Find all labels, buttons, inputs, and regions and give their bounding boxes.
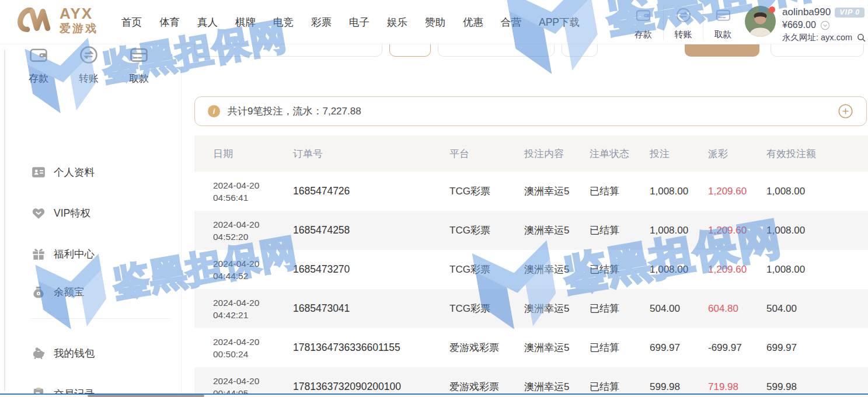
sidebar-item-profile[interactable]: 个人资料 xyxy=(31,162,95,182)
sidebar-withdraw-button[interactable]: 取款 xyxy=(123,45,155,85)
sidebar-item-vip[interactable]: VIP特权 xyxy=(31,203,90,223)
info-icon: i xyxy=(208,105,220,117)
cell-platform: TCG彩票 xyxy=(449,302,524,315)
bet-records-table: 日期订单号平台投注内容注单状态投注派彩有效投注额 2024-04-2004:56… xyxy=(194,135,868,397)
cell-bet-content: 澳洲幸运5 xyxy=(524,380,590,393)
sidebar-item-wallet[interactable]: 我的钱包 xyxy=(31,343,95,363)
table-row: 2024-04-2004:44:52 1685473270 TCG彩票 澳洲幸运… xyxy=(194,250,868,289)
sidebar-scrollbar[interactable] xyxy=(4,50,5,391)
cell-valid-bet: 599.98 xyxy=(766,381,868,393)
sidebar-item-welfare[interactable]: 福利中心 xyxy=(31,244,95,264)
gift-icon xyxy=(31,246,46,262)
cell-order-number: 1685473041 xyxy=(293,302,449,315)
header-withdraw-button[interactable]: 取款 xyxy=(703,6,742,40)
scrollbar-thumb[interactable] xyxy=(88,395,204,397)
header-deposit-label: 存款 xyxy=(623,29,663,40)
table-header-row: 日期订单号平台投注内容注单状态投注派彩有效投注额 xyxy=(194,135,868,172)
column-header: 投注内容 xyxy=(524,147,590,161)
cell-valid-bet: 1,008.00 xyxy=(766,225,868,236)
column-header: 平台 xyxy=(449,147,524,161)
cell-bet-content: 澳洲幸运5 xyxy=(524,341,590,354)
header-transfer-button[interactable]: 转账 xyxy=(663,6,703,40)
nav-item[interactable]: 体育 xyxy=(159,15,180,29)
permanent-url: 永久网址: ayx.com xyxy=(782,32,852,43)
column-header: 投注 xyxy=(650,147,708,161)
nav-item[interactable]: 赞助 xyxy=(425,15,445,29)
cell-payout: 1,209.60 xyxy=(708,186,766,197)
sidebar-transfer-button[interactable]: 转账 xyxy=(72,45,105,85)
sidebar-item-yuebao[interactable]: 余额宝 xyxy=(31,282,85,302)
horizontal-scrollbar xyxy=(0,393,868,397)
search-icon[interactable] xyxy=(856,33,866,43)
header-transfer-label: 转账 xyxy=(664,29,703,40)
transfer-icon xyxy=(79,45,99,65)
vip-heart-icon xyxy=(31,206,46,221)
cell-payout: 719.98 xyxy=(708,381,766,393)
table-row: 2024-04-2004:56:41 1685474726 TCG彩票 澳洲幸运… xyxy=(194,172,868,211)
cell-bet-amount: 1,008.00 xyxy=(650,186,708,197)
cell-payout: -699.97 xyxy=(708,342,766,354)
nav-item[interactable]: 优惠 xyxy=(463,15,483,29)
cell-bet-content: 澳洲幸运5 xyxy=(524,302,590,315)
cell-platform: 爱游戏彩票 xyxy=(449,341,524,354)
table-row: 2024-04-2000:44:05 1781363732090200100 爱… xyxy=(194,367,868,397)
cell-platform: TCG彩票 xyxy=(449,263,524,276)
nav-item[interactable]: 合营 xyxy=(501,15,521,29)
bank-card-icon xyxy=(715,7,731,23)
nav-item[interactable]: 首页 xyxy=(121,15,142,29)
table-row: 2024-04-2000:50:24 1781364736336601155 爱… xyxy=(194,328,868,367)
top-header: AYX 爱游戏 首页体育真人棋牌电竞彩票电子娱乐赞助优惠合营APP下载 存款 转… xyxy=(0,0,868,44)
brand-logo[interactable]: AYX 爱游戏 xyxy=(13,6,98,34)
cell-bet-amount: 1,008.00 xyxy=(650,225,708,236)
wallet-icon xyxy=(29,45,48,65)
sidebar-divider xyxy=(31,318,170,319)
header-quick-actions: 存款 转账 取款 xyxy=(623,6,742,40)
brand-name: AYX xyxy=(60,6,98,21)
column-header: 派彩 xyxy=(708,147,766,161)
nav-item[interactable]: 电子 xyxy=(349,15,369,29)
page: AYX 爱游戏 首页体育真人棋牌电竞彩票电子娱乐赞助优惠合营APP下载 存款 转… xyxy=(0,0,868,397)
transfer-icon xyxy=(675,7,692,23)
sidebar: 存款 转账 取款 个人资料 VIP特权 福利中心 余额宝 我的钱包 xyxy=(0,44,182,397)
cell-order-number: 1781363732090200100 xyxy=(293,381,449,393)
notification-dot xyxy=(769,6,775,13)
cell-platform: TCG彩票 xyxy=(449,224,524,237)
sidebar-deposit-button[interactable]: 存款 xyxy=(22,45,55,85)
username: aolinba990 xyxy=(782,6,831,18)
header-deposit-button[interactable]: 存款 xyxy=(623,6,663,40)
cell-order-number: 1685474258 xyxy=(293,224,449,236)
nav-item[interactable]: 真人 xyxy=(197,15,218,29)
cell-order-number: 1781364736336601155 xyxy=(293,342,449,354)
cell-status: 已结算 xyxy=(590,263,650,276)
balance: ¥669.00 xyxy=(782,20,816,30)
brand-name-cn: 爱游戏 xyxy=(60,23,98,34)
cell-status: 已结算 xyxy=(590,302,650,315)
nav-item[interactable]: 棋牌 xyxy=(235,15,256,29)
cell-payout: 1,209.60 xyxy=(708,264,766,276)
cell-bet-amount: 1,008.00 xyxy=(650,264,708,276)
nav-item[interactable]: 电竞 xyxy=(273,15,294,29)
chevron-down-circle-icon[interactable] xyxy=(820,20,830,30)
column-header: 订单号 xyxy=(293,147,449,161)
cell-valid-bet: 699.97 xyxy=(766,342,868,354)
column-header: 日期 xyxy=(213,147,293,161)
vip-badge: VIP 0 xyxy=(835,8,864,18)
cell-bet-amount: 599.98 xyxy=(650,381,708,393)
cell-order-number: 1685473270 xyxy=(293,263,449,276)
cell-bet-amount: 504.00 xyxy=(650,303,708,315)
user-block: aolinba990 VIP 0 ¥669.00 永久网址: ayx.com xyxy=(745,6,866,43)
cell-platform: TCG彩票 xyxy=(449,184,524,198)
cell-platform: 爱游戏彩票 xyxy=(449,380,524,393)
cell-date: 2024-04-2004:44:52 xyxy=(213,257,293,282)
cell-status: 已结算 xyxy=(590,380,650,393)
cell-date: 2024-04-2004:52:20 xyxy=(213,218,293,243)
cell-valid-bet: 1,008.00 xyxy=(766,186,868,197)
nav-item[interactable]: APP下载 xyxy=(539,15,580,29)
nav-item[interactable]: 娱乐 xyxy=(387,15,407,29)
summary-bar: i 共计9笔投注，流水：7,227.88 xyxy=(194,96,867,126)
cell-bet-amount: 699.97 xyxy=(650,342,708,354)
cell-payout: 1,209.60 xyxy=(708,225,766,236)
cell-status: 已结算 xyxy=(590,184,650,198)
expand-plus-icon[interactable] xyxy=(838,103,853,119)
nav-item[interactable]: 彩票 xyxy=(311,15,332,29)
